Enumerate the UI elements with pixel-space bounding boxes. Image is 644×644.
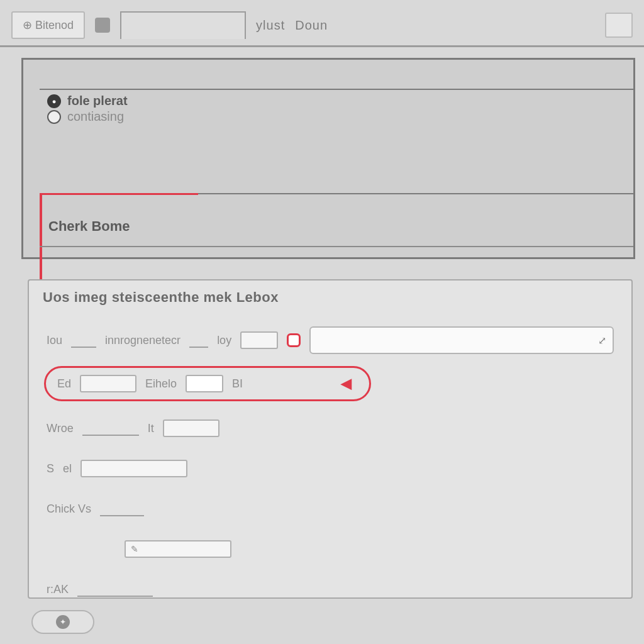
row1-main-input[interactable]: ⤢	[309, 326, 614, 354]
toolbar-right-button[interactable]	[605, 13, 633, 38]
upper-bottom-divider	[40, 246, 633, 247]
required-badge-icon	[287, 333, 301, 347]
row4-label-a: S	[47, 462, 54, 475]
form-row-6: ✎	[47, 535, 614, 564]
arrow-left-icon: ◀	[341, 375, 352, 392]
row1-underline-1	[71, 333, 96, 348]
row4-label-b: el	[63, 462, 72, 475]
toolbar-divider	[0, 45, 644, 47]
row4-input[interactable]	[80, 460, 187, 477]
pencil-icon: ✎	[131, 544, 138, 554]
row1-label-a: Iou	[47, 334, 62, 347]
row5-underline	[100, 501, 144, 516]
toolbar: ⊕ Bitenod ylust Doun	[0, 6, 644, 44]
row3-input[interactable]	[163, 419, 219, 437]
row3-underline	[82, 421, 139, 436]
form-row-4: S el	[47, 454, 614, 483]
option-row-2[interactable]: contiasing	[40, 108, 633, 124]
upper-options-group: ● fole plerat contiasing	[40, 89, 633, 194]
upper-panel: ● fole plerat contiasing Cherk Bome	[21, 58, 635, 259]
form-row-1: Iou innrognenetecr loy ⤢	[47, 326, 614, 355]
row3-label-a: Wroe	[47, 422, 74, 435]
expand-icon[interactable]: ⤢	[598, 335, 606, 347]
accent-underline	[40, 193, 198, 195]
form-title: Uos imeg steisceenthe mek Lebox	[43, 289, 618, 306]
row7-label-a: r:AK	[47, 583, 69, 596]
row2-label-c: BI	[232, 377, 243, 391]
row2-input-2[interactable]	[186, 375, 223, 392]
toolbar-tab-label: ylust	[256, 18, 285, 33]
radio-unselected-icon[interactable]	[47, 110, 61, 124]
check-row-label: Cherk Bome	[48, 218, 130, 234]
toolbar-button-label: ⊕ Bitenod	[23, 18, 74, 32]
row6-input[interactable]: ✎	[125, 540, 231, 558]
option-row-1[interactable]: ● fole plerat	[40, 90, 633, 108]
gear-icon[interactable]	[95, 18, 110, 33]
check-row[interactable]: Cherk Bome	[48, 209, 633, 246]
toolbar-tab[interactable]	[120, 11, 246, 39]
option-2-label: contiasing	[67, 109, 124, 124]
footer-dot-icon: ✦	[56, 615, 70, 629]
row1-label-b: innrognenetecr	[105, 334, 180, 347]
row2-label-a: Ed	[57, 377, 71, 391]
form-row-7: r:AK	[47, 575, 614, 604]
option-1-label: fole plerat	[67, 94, 128, 108]
form-row-5: Chick Vs	[47, 494, 614, 523]
row3-label-b: It	[148, 422, 154, 435]
footer-button[interactable]: ✦	[31, 610, 94, 634]
row7-underline	[77, 582, 153, 597]
toolbar-label-2: Doun	[295, 18, 328, 33]
toolbar-button-primary[interactable]: ⊕ Bitenod	[11, 11, 85, 39]
row1-label-c: loy	[217, 334, 231, 347]
row2-input-1[interactable]	[80, 375, 136, 392]
radio-selected-icon[interactable]: ●	[47, 94, 61, 108]
row2-label-b: Eihelo	[145, 377, 177, 391]
row5-label-a: Chick Vs	[47, 502, 91, 516]
form-row-3: Wroe It	[47, 414, 614, 443]
row1-underline-2	[189, 333, 208, 348]
form-panel: Uos imeg steisceenthe mek Lebox Iou innr…	[28, 279, 633, 599]
form-row-highlighted[interactable]: Ed Eihelo BI ◀	[44, 366, 371, 401]
row1-input-small[interactable]	[240, 331, 278, 349]
